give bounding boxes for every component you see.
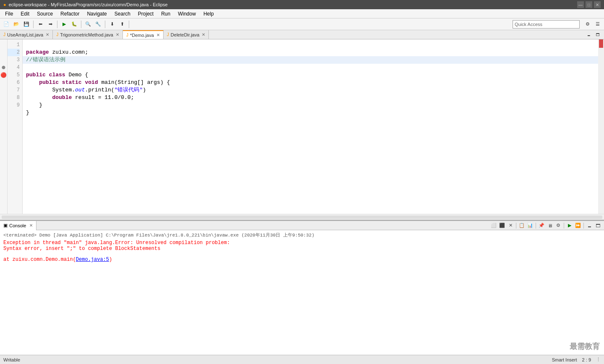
editor-hscrollbar[interactable] <box>0 214 604 220</box>
tab-close-demo[interactable]: ✕ <box>156 33 160 37</box>
console-toolbar: ⬜ ⬛ ✕ 📋 📊 📌 🖥 ⚙ ▶ ⏩ 🗕 🗖 <box>490 222 604 229</box>
gutter-line-6 <box>0 79 7 86</box>
minimize-button[interactable]: — <box>577 1 584 8</box>
quick-access-label: Quick Access <box>515 22 542 27</box>
menu-run[interactable]: Run <box>158 10 174 18</box>
bottom-panel: ▣ Console ✕ ⬜ ⬛ ✕ 📋 📊 📌 🖥 ⚙ ▶ ⏩ 🗕 <box>0 221 604 355</box>
status-more: ⋮ <box>596 357 601 362</box>
console-error-spacer <box>3 252 601 257</box>
toolbar-save[interactable]: 💾 <box>22 20 31 29</box>
maximize-button[interactable]: □ <box>586 1 592 8</box>
minimize-editor[interactable]: 🗕 <box>584 30 593 39</box>
status-writable: Writable <box>3 357 20 362</box>
tab-use-arraylist[interactable]: J UseArrayList.java ✕ <box>0 30 53 39</box>
toolbar-back[interactable]: ⬅ <box>36 20 45 29</box>
menu-search[interactable]: Search <box>111 10 134 18</box>
tab-close-use-arraylist[interactable]: ✕ <box>46 32 49 37</box>
console-tab[interactable]: ▣ Console ✕ <box>0 221 36 230</box>
menu-refactor[interactable]: Refactor <box>57 10 83 18</box>
console-close-icon[interactable]: ✕ <box>29 223 33 228</box>
toolbar-sep4 <box>105 21 105 28</box>
console-step[interactable]: ⏩ <box>574 222 582 229</box>
eclipse-icon: ● <box>3 2 6 7</box>
title-bar-controls[interactable]: — □ ✕ <box>577 1 601 8</box>
console-sep1 <box>516 223 516 229</box>
console-error-line4: at zuixu.comn.Demo.main(Demo.java:5) <box>3 257 601 263</box>
console-sep3 <box>564 223 564 229</box>
console-display2[interactable]: ⚙ <box>555 222 562 229</box>
java-file-icon3: J <box>126 33 128 37</box>
status-bar: Writable Smart Insert 2 : 9 ⋮ <box>0 355 604 364</box>
toolbar-sep2 <box>57 21 57 28</box>
line-num-8: 8 <box>8 94 20 101</box>
console-view2[interactable]: 📊 <box>526 222 534 229</box>
toolbar-debug[interactable]: 🐛 <box>70 20 79 29</box>
code-line-2: //错误语法示例 <box>23 56 598 64</box>
toolbar-new[interactable]: 📄 <box>2 20 11 29</box>
menu-edit[interactable]: Edit <box>17 10 33 18</box>
editor-scrollbar[interactable] <box>598 39 604 214</box>
tab-bar: J UseArrayList.java ✕ J TrigonometricMet… <box>0 30 604 39</box>
tab-close-trig[interactable]: ✕ <box>116 32 119 37</box>
menu-help[interactable]: Help <box>200 10 217 18</box>
console-display1[interactable]: 🖥 <box>546 222 554 229</box>
line-num-7: 7 <box>8 86 20 94</box>
tab-demo[interactable]: J *Demo.java ✕ <box>123 30 164 39</box>
code-line-1: package zuixu.comn; <box>26 49 88 55</box>
console-tab-label: Console <box>9 223 26 228</box>
close-button[interactable]: ✕ <box>594 1 601 8</box>
console-run[interactable]: ▶ <box>566 222 573 229</box>
console-remove[interactable]: ✕ <box>507 222 514 229</box>
status-bar-right: Smart Insert 2 : 9 ⋮ <box>552 357 601 362</box>
code-line-7: } <box>26 102 42 108</box>
status-position: 2 : 9 <box>582 357 591 362</box>
gutter-line-5: 🔴 <box>0 71 7 79</box>
code-line-5: System.out.println("错误代码") <box>26 87 146 93</box>
tab-label3: *Demo.java <box>130 33 154 38</box>
console-error-block: Exception in thread "main" java.lang.Err… <box>3 240 601 263</box>
gutter-line-8 <box>0 94 7 101</box>
maximize-editor[interactable]: 🗖 <box>593 30 602 39</box>
toolbar-view[interactable]: ☰ <box>593 20 602 29</box>
gutter-markers: ⬤ 🔴 <box>0 39 8 214</box>
toolbar-refactor[interactable]: 🔧 <box>94 20 103 29</box>
code-editor: ⬤ 🔴 1 2 3 4 5 6 7 8 9 <box>0 39 604 214</box>
menu-window[interactable]: Window <box>174 10 199 18</box>
toolbar-forward[interactable]: ➡ <box>46 20 55 29</box>
toolbar-perspective[interactable]: ⚙ <box>583 20 592 29</box>
toolbar-open[interactable]: 📂 <box>12 20 21 29</box>
tab-close-delete[interactable]: ✕ <box>202 32 205 37</box>
menu-file[interactable]: File <box>2 10 16 18</box>
line-num-4: 4 <box>8 64 20 71</box>
error-scroll-marker <box>599 39 603 48</box>
tab-bar-controls: 🗕 🗖 <box>209 30 604 39</box>
menu-project[interactable]: Project <box>135 10 157 18</box>
toolbar-run[interactable]: ▶ <box>60 20 69 29</box>
console-maximize[interactable]: 🗖 <box>594 222 601 229</box>
quick-access-input[interactable]: Quick Access <box>513 20 580 29</box>
menu-source[interactable]: Source <box>34 10 56 18</box>
console-stop[interactable]: ⬛ <box>498 222 506 229</box>
toolbar-prev-annotation[interactable]: ⬆ <box>117 20 127 29</box>
line-num-1: 1 <box>8 41 20 49</box>
console-error-link[interactable]: Demo.java:5 <box>76 257 109 263</box>
gutter-line-7 <box>0 86 7 94</box>
tab-deletedir[interactable]: J DeleteDir.java ✕ <box>164 30 209 39</box>
toolbar-search[interactable]: 🔍 <box>83 20 93 29</box>
console-view1[interactable]: 📋 <box>518 222 526 229</box>
gutter-line-1 <box>0 41 7 49</box>
console-minimize[interactable]: 🗕 <box>586 222 593 229</box>
status-smart-insert: Smart Insert <box>552 357 577 362</box>
console-clear[interactable]: ⬜ <box>490 222 497 229</box>
toolbar: 📄 📂 💾 ⬅ ➡ ▶ 🐛 🔍 🔧 ⬇ ⬆ Quick Access ⚙ ☰ <box>0 18 604 30</box>
line-num-9: 9 <box>8 101 20 109</box>
code-content[interactable]: package zuixu.comn; //错误语法示例 public clas… <box>23 39 598 214</box>
console-pin[interactable]: 📌 <box>538 222 545 229</box>
error-marker-5: 🔴 <box>0 71 7 79</box>
menu-navigate[interactable]: Navigate <box>83 10 110 18</box>
tab-trigonometric[interactable]: J TrigonometricMethod.java ✕ <box>53 30 123 39</box>
code-line-8: } <box>26 109 29 116</box>
toolbar-sep5 <box>129 21 129 28</box>
code-line-4: public static void main(String[] args) { <box>26 79 170 86</box>
toolbar-next-annotation[interactable]: ⬇ <box>107 20 117 29</box>
